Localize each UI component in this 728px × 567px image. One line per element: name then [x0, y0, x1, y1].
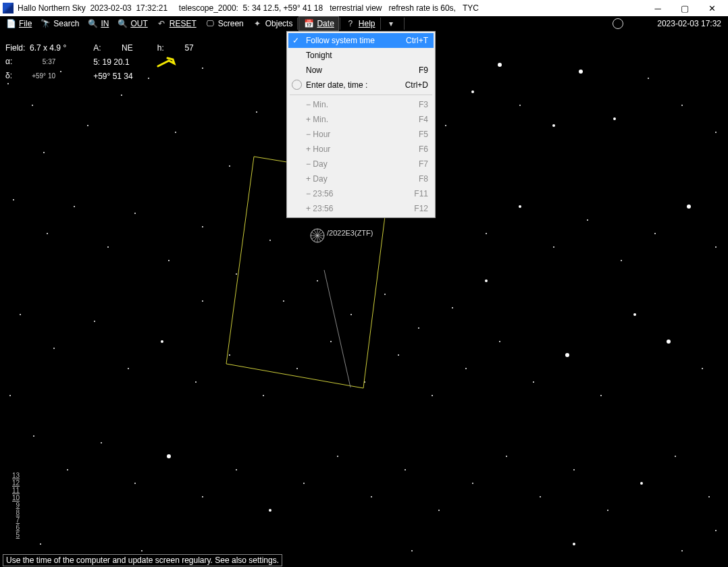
svg-point-40: [263, 395, 264, 396]
svg-point-38: [195, 381, 197, 383]
svg-point-50: [600, 395, 602, 396]
zoom-in-button[interactable]: 🔍IN: [83, 16, 113, 31]
title-refresh: refresh rate is 60s,: [389, 3, 456, 13]
h-value: 57: [184, 43, 193, 53]
svg-point-13: [107, 246, 109, 248]
h-label: h:: [157, 43, 164, 53]
zoom-out-icon: 🔍: [117, 18, 128, 29]
svg-point-18: [269, 240, 271, 241]
ring-icon: [613, 18, 623, 29]
svg-point-16: [202, 226, 203, 227]
svg-point-90: [43, 152, 45, 153]
svg-point-104: [452, 307, 453, 308]
date-dropdown-menu: ✓Follow system timeCtrl+T Tonight NowF9 …: [286, 31, 436, 218]
menu-plus-2356[interactable]: + 23:56F12: [288, 201, 434, 216]
svg-line-107: [324, 270, 350, 387]
clock-icon: [292, 80, 302, 90]
svg-point-34: [53, 348, 55, 349]
menu-minus-2356[interactable]: − 23:56F11: [288, 186, 434, 201]
title-app: Hallo Northern Sky: [18, 3, 86, 13]
delta-label: δ:: [5, 71, 12, 80]
svg-point-105: [485, 279, 488, 282]
delta-small: +59° 10: [12, 70, 55, 82]
svg-point-23: [445, 125, 446, 126]
dropdown-button[interactable]: ▾: [382, 16, 403, 31]
svg-point-7: [202, 68, 203, 69]
menu-plus-min[interactable]: + Min.F4: [288, 112, 434, 127]
zoom-in-icon: 🔍: [87, 18, 98, 29]
svg-point-27: [552, 124, 555, 127]
help-menu[interactable]: ?Help: [341, 16, 380, 31]
menu-now[interactable]: NowF9: [288, 63, 434, 78]
screen-menu[interactable]: 🖵Screen: [201, 16, 248, 31]
a-label: A:: [93, 43, 101, 53]
search-menu[interactable]: 🔭Search: [36, 16, 83, 31]
svg-point-103: [418, 327, 419, 329]
title-datetime: 2023-02-03 17:32:21: [90, 3, 167, 13]
minimize-button[interactable]: ─: [644, 0, 671, 16]
menu-minus-day[interactable]: − DayF7: [288, 157, 434, 171]
svg-point-11: [47, 233, 48, 234]
app-icon: [3, 3, 14, 14]
chevron-down-icon: ▾: [386, 18, 396, 29]
svg-point-25: [498, 63, 502, 67]
svg-point-106: [202, 300, 203, 302]
svg-point-77: [141, 550, 142, 551]
svg-point-68: [506, 456, 507, 457]
svg-point-29: [613, 117, 616, 120]
svg-point-60: [236, 469, 237, 470]
close-button[interactable]: ✕: [698, 0, 725, 16]
toolbar: 📄File 🔭Search 🔍IN 🔍OUT ↶RESET 🖵Screen ✦O…: [0, 16, 728, 32]
magnitude-scale: 1312111098765: [12, 472, 20, 539]
svg-point-74: [708, 496, 710, 497]
alpha-label: α:: [5, 57, 12, 66]
statusbar: Use the time of the computer and update …: [0, 554, 728, 567]
svg-point-82: [411, 550, 413, 551]
menu-follow-system-time[interactable]: ✓Follow system timeCtrl+T: [288, 33, 434, 48]
alpha-value: 5: 19 20.1: [93, 57, 129, 67]
comet-label: /2022E3(ZTF): [327, 229, 373, 237]
svg-point-24: [471, 90, 474, 93]
status-text: Use the time of the computer and update …: [3, 554, 282, 566]
svg-point-67: [472, 483, 473, 484]
menu-minus-min[interactable]: − Min.F3: [288, 97, 434, 112]
svg-point-100: [317, 280, 318, 281]
svg-point-58: [167, 454, 171, 458]
svg-point-4: [121, 94, 122, 96]
menu-enter-date-time[interactable]: Enter date, time :Ctrl+D: [288, 78, 434, 92]
svg-point-66: [438, 510, 440, 511]
svg-point-37: [161, 340, 163, 343]
svg-point-33: [20, 314, 21, 315]
date-menu[interactable]: 📅Date: [298, 16, 338, 31]
svg-point-70: [573, 469, 575, 470]
svg-point-36: [128, 368, 129, 369]
check-icon: ✓: [292, 36, 299, 45]
file-menu[interactable]: 📄File: [1, 16, 36, 31]
svg-point-59: [202, 496, 203, 497]
maximize-button[interactable]: ▢: [671, 0, 698, 16]
menu-tonight[interactable]: Tonight: [288, 48, 434, 63]
field-label: Field:: [5, 43, 25, 53]
title-datetime: [86, 3, 90, 13]
undo-icon: ↶: [156, 18, 167, 29]
title-telescope: telescope_2000: 5: 34 12.5, +59° 41 18: [179, 3, 323, 13]
screen-icon: 🖵: [205, 18, 215, 29]
svg-point-64: [371, 496, 372, 497]
reset-button[interactable]: ↶RESET: [152, 16, 201, 31]
menu-plus-day[interactable]: + DayF8: [288, 171, 434, 186]
menu-plus-hour[interactable]: + HourF6: [288, 142, 434, 157]
svg-point-55: [67, 469, 68, 470]
toolbar-clock: 2023-02-03 17:32: [657, 19, 721, 28]
svg-point-14: [134, 213, 136, 214]
svg-point-101: [350, 314, 352, 315]
svg-point-65: [405, 469, 406, 470]
calendar-icon: 📅: [303, 18, 314, 29]
svg-point-95: [621, 260, 622, 261]
objects-menu[interactable]: ✦Objects: [248, 16, 297, 31]
svg-point-26: [519, 105, 521, 106]
svg-point-97: [687, 205, 691, 209]
menu-minus-hour[interactable]: − HourF5: [288, 127, 434, 142]
title-view: terrestrial view: [330, 3, 382, 13]
titlebar: Hallo Northern Sky 2023-02-03 17:32:21 t…: [0, 0, 728, 16]
zoom-out-button[interactable]: 🔍OUT: [113, 16, 151, 31]
